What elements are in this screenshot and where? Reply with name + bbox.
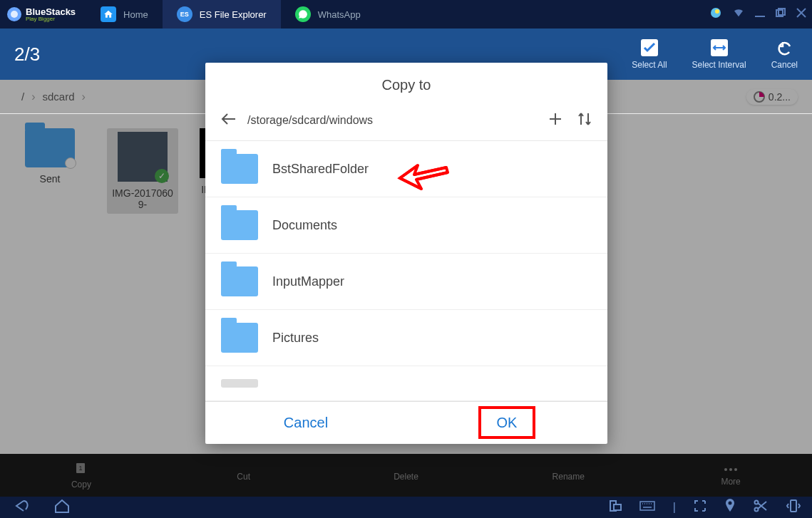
button-label: OK xyxy=(497,415,518,430)
dialog-buttons: Cancel OK xyxy=(205,401,607,444)
svg-point-3 xyxy=(715,9,719,14)
location-button[interactable] xyxy=(724,499,736,516)
bluestacks-titlebar: BlueStacks Play Bigger Home ES ES File E… xyxy=(0,0,812,29)
cancel-button[interactable]: Cancel xyxy=(771,38,798,70)
svg-point-1 xyxy=(11,11,18,18)
fullscreen-button[interactable] xyxy=(694,499,706,515)
close-button[interactable] xyxy=(796,8,806,21)
tab-home[interactable]: Home xyxy=(86,0,163,29)
folder-icon xyxy=(221,323,258,353)
dialog-ok-button[interactable]: OK xyxy=(406,402,607,444)
svg-rect-17 xyxy=(640,502,654,510)
minimize-button[interactable] xyxy=(755,8,765,21)
current-path: /storage/sdcard/windows xyxy=(247,114,533,127)
file-action-bar: 1Copy Cut Delete Rename More xyxy=(0,454,812,497)
svg-rect-21 xyxy=(791,500,796,512)
brand-tagline: Play Bigger xyxy=(26,16,76,22)
tab-label: Home xyxy=(123,9,148,20)
folder-icon xyxy=(221,379,258,388)
folder-icon xyxy=(221,154,258,184)
sort-button[interactable] xyxy=(577,111,592,130)
back-arrow-button[interactable] xyxy=(221,113,237,128)
scissors-button[interactable] xyxy=(754,499,768,515)
button-label: Select Interval xyxy=(692,60,746,70)
svg-rect-16 xyxy=(614,504,621,510)
select-interval-button[interactable]: Select Interval xyxy=(692,38,746,70)
folder-name: Documents xyxy=(272,218,337,233)
back-button[interactable] xyxy=(11,499,29,516)
folder-item-partial[interactable] xyxy=(205,366,607,401)
shake-button[interactable] xyxy=(786,499,801,516)
interval-icon xyxy=(710,38,729,57)
folder-name: InputMapper xyxy=(272,274,344,289)
folder-name: Pictures xyxy=(272,331,319,346)
keyboard-button[interactable] xyxy=(639,501,655,514)
tab-label: ES File Explorer xyxy=(200,9,267,20)
home-button[interactable] xyxy=(54,499,70,516)
folder-item-pictures[interactable]: Pictures xyxy=(205,310,607,366)
dialog-cancel-button[interactable]: Cancel xyxy=(205,402,406,444)
rotate-button[interactable] xyxy=(609,499,622,515)
divider: | xyxy=(673,501,676,514)
dialog-path-bar: /storage/sdcard/windows xyxy=(205,104,607,141)
button-label: Select All xyxy=(632,60,667,70)
annotation-arrow xyxy=(396,157,453,192)
tab-whatsapp[interactable]: WhatsApp xyxy=(281,0,375,29)
tab-es-file-explorer[interactable]: ES ES File Explorer xyxy=(163,0,281,29)
undo-icon xyxy=(775,38,793,57)
tab-label: WhatsApp xyxy=(318,9,361,20)
check-icon xyxy=(640,38,659,57)
folder-icon xyxy=(221,266,258,296)
copy-to-dialog: Copy to /storage/sdcard/windows BstShare… xyxy=(205,63,607,444)
dialog-title: Copy to xyxy=(205,63,607,104)
android-nav-bar: | xyxy=(0,497,812,518)
folder-item-inputmapper[interactable]: InputMapper xyxy=(205,254,607,310)
es-explorer-icon: ES xyxy=(177,6,192,22)
parrot-icon[interactable] xyxy=(709,6,722,22)
whatsapp-icon xyxy=(295,6,311,22)
home-app-icon xyxy=(101,6,116,22)
button-label: Cancel xyxy=(284,415,328,430)
app-tabs: Home ES ES File Explorer WhatsApp xyxy=(86,0,709,29)
svg-point-18 xyxy=(729,502,732,505)
bluestacks-logo: BlueStacks Play Bigger xyxy=(6,6,76,23)
brand-name: BlueStacks xyxy=(26,7,76,16)
selection-count: 2/3 xyxy=(14,43,40,66)
bluestacks-logo-icon xyxy=(6,6,23,23)
new-folder-button[interactable] xyxy=(548,111,563,130)
wifi-icon[interactable] xyxy=(733,7,744,21)
button-label: Cancel xyxy=(771,60,798,70)
folder-icon xyxy=(221,210,258,240)
svg-rect-4 xyxy=(755,16,765,17)
folder-name: BstSharedFolder xyxy=(272,162,369,177)
folder-item-documents[interactable]: Documents xyxy=(205,197,607,254)
maximize-button[interactable] xyxy=(776,8,786,21)
window-controls xyxy=(709,6,806,22)
select-all-button[interactable]: Select All xyxy=(632,38,667,70)
